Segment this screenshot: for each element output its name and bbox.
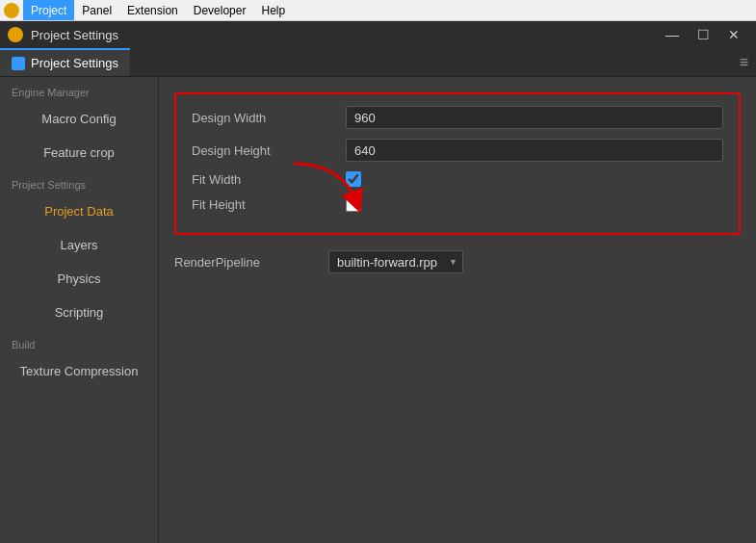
design-height-label: Design Height — [192, 143, 346, 158]
render-pipeline-select-wrapper: builtin-forward.rpp builtin-deferred.rpp — [328, 250, 463, 273]
tab-bar: Project Settings ≡ — [0, 48, 756, 77]
window-title: Project Settings — [31, 28, 118, 42]
fit-width-checkbox[interactable] — [346, 171, 361, 187]
app-icon — [4, 3, 19, 18]
close-button[interactable]: ✕ — [719, 24, 748, 45]
design-width-input[interactable] — [346, 106, 723, 129]
design-width-row: Design Width — [192, 106, 723, 129]
sidebar-section-build: Build — [0, 329, 158, 354]
sidebar-item-macro-config[interactable]: Macro Config — [0, 102, 158, 136]
window-app-icon — [8, 27, 23, 42]
project-data-settings-box: Design Width Design Height Fit Width Fit… — [174, 92, 741, 235]
tab-icon — [12, 57, 25, 70]
menu-item-help[interactable]: Help — [253, 0, 293, 20]
content-area: Design Width Design Height Fit Width Fit… — [159, 77, 756, 543]
sidebar-item-feature-crop[interactable]: Feature crop — [0, 136, 158, 169]
render-pipeline-label: RenderPipeline — [174, 255, 328, 270]
design-height-input[interactable] — [346, 139, 723, 162]
menu-item-panel[interactable]: Panel — [74, 0, 119, 20]
fit-height-row: Fit Height — [192, 196, 723, 212]
tab-label: Project Settings — [31, 56, 118, 70]
fit-width-row: Fit Width — [192, 171, 723, 187]
fit-width-label: Fit Width — [192, 172, 346, 187]
fit-height-label: Fit Height — [192, 197, 346, 212]
window-controls: — ☐ ✕ — [658, 24, 748, 45]
render-pipeline-row: RenderPipeline builtin-forward.rpp built… — [174, 250, 741, 273]
sidebar-item-physics[interactable]: Physics — [0, 262, 158, 296]
menu-item-developer[interactable]: Developer — [186, 0, 254, 20]
sidebar-item-texture-compression[interactable]: Texture Compression — [0, 354, 158, 388]
menu-bar: Project Panel Extension Developer Help — [0, 0, 756, 21]
render-pipeline-select[interactable]: builtin-forward.rpp builtin-deferred.rpp — [328, 250, 463, 273]
sidebar-section-engine-manager: Engine Manager — [0, 77, 158, 102]
design-height-row: Design Height — [192, 139, 723, 162]
sidebar: Engine Manager Macro Config Feature crop… — [0, 77, 159, 543]
tab-menu-icon[interactable]: ≡ — [740, 54, 756, 71]
maximize-button[interactable]: ☐ — [689, 24, 717, 45]
tab-project-settings[interactable]: Project Settings — [0, 48, 130, 76]
minimize-button[interactable]: — — [658, 24, 687, 45]
sidebar-item-layers[interactable]: Layers — [0, 228, 158, 262]
sidebar-item-project-data[interactable]: Project Data — [0, 194, 158, 228]
sidebar-item-scripting[interactable]: Scripting — [0, 296, 158, 329]
design-width-label: Design Width — [192, 111, 346, 125]
main-content: Engine Manager Macro Config Feature crop… — [0, 77, 756, 543]
fit-height-checkbox[interactable] — [346, 196, 361, 212]
menu-item-extension[interactable]: Extension — [119, 0, 186, 20]
sidebar-section-project-settings: Project Settings — [0, 169, 158, 194]
window-title-bar: Project Settings — ☐ ✕ — [0, 21, 756, 48]
menu-item-project[interactable]: Project — [23, 0, 74, 20]
